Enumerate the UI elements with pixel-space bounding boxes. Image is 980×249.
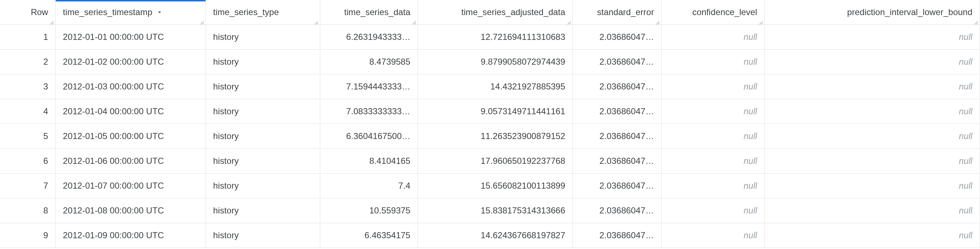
column-header-cl[interactable]: confidence_level [662, 0, 765, 25]
cell-value: null [743, 82, 757, 92]
column-resize-handle-icon[interactable] [411, 18, 417, 24]
cell-cl[interactable]: null [662, 198, 765, 223]
cell-data[interactable]: 7.4 [320, 174, 418, 198]
cell-value: 2012-01-04 00:00:00 UTC [63, 106, 164, 116]
cell-ts[interactable]: 2012-01-06 00:00:00 UTC [56, 149, 206, 174]
cell-cl[interactable]: null [662, 124, 765, 149]
cell-ts[interactable]: 2012-01-04 00:00:00 UTC [56, 99, 206, 124]
cell-pilb[interactable]: null [765, 99, 980, 124]
cell-value: null [959, 106, 972, 116]
cell-cl[interactable]: null [662, 223, 765, 248]
cell-ts[interactable]: 2012-01-09 00:00:00 UTC [56, 223, 206, 248]
cell-cl[interactable]: null [662, 174, 765, 198]
cell-row[interactable]: 9 [0, 223, 56, 248]
cell-type[interactable]: history [206, 223, 320, 248]
cell-row[interactable]: 8 [0, 198, 56, 223]
cell-pilb[interactable]: null [765, 174, 980, 198]
cell-ts[interactable]: 2012-01-07 00:00:00 UTC [56, 174, 206, 198]
column-header-label: time_series_type [213, 7, 279, 17]
column-resize-handle-icon[interactable] [566, 18, 572, 24]
cell-row[interactable]: 5 [0, 124, 56, 149]
column-resize-handle-icon[interactable] [758, 18, 764, 24]
column-header-type[interactable]: time_series_type [206, 0, 320, 25]
cell-se[interactable]: 2.03686047… [573, 75, 662, 99]
cell-data[interactable]: 8.4104165 [320, 149, 418, 174]
cell-adj[interactable]: 12.721694111310683 [418, 25, 573, 49]
cell-row[interactable]: 2 [0, 49, 56, 75]
cell-se[interactable]: 2.03686047… [573, 25, 662, 49]
cell-value: 2012-01-08 00:00:00 UTC [63, 206, 164, 216]
column-header-adj[interactable]: time_series_adjusted_data [418, 0, 573, 25]
cell-cl[interactable]: null [662, 75, 765, 99]
cell-pilb[interactable]: null [765, 25, 980, 49]
cell-data[interactable]: 8.4739585 [320, 49, 418, 75]
cell-row[interactable]: 7 [0, 174, 56, 198]
cell-ts[interactable]: 2012-01-02 00:00:00 UTC [56, 49, 206, 75]
cell-type[interactable]: history [206, 49, 320, 75]
column-resize-handle-icon[interactable] [973, 18, 979, 24]
cell-cl[interactable]: null [662, 25, 765, 49]
cell-data[interactable]: 6.2631943333… [320, 25, 418, 49]
cell-value: 15.656082100113899 [481, 181, 565, 191]
cell-adj[interactable]: 9.0573149711441161 [418, 99, 573, 124]
cell-type[interactable]: history [206, 149, 320, 174]
cell-se[interactable]: 2.03686047… [573, 223, 662, 248]
cell-type[interactable]: history [206, 174, 320, 198]
column-header-ts[interactable]: time_series_timestamp [56, 0, 206, 25]
column-resize-handle-icon[interactable] [199, 18, 205, 24]
cell-row[interactable]: 3 [0, 75, 56, 99]
column-resize-handle-icon[interactable] [313, 18, 319, 24]
cell-value: 2012-01-06 00:00:00 UTC [63, 156, 164, 166]
cell-se[interactable]: 2.03686047… [573, 198, 662, 223]
cell-data[interactable]: 7.1594443333… [320, 75, 418, 99]
cell-adj[interactable]: 17.960650192237768 [418, 149, 573, 174]
cell-pilb[interactable]: null [765, 149, 980, 174]
cell-adj[interactable]: 9.8799058072974439 [418, 49, 573, 75]
results-table: Rowtime_series_timestamptime_series_type… [0, 0, 980, 248]
cell-se[interactable]: 2.03686047… [573, 174, 662, 198]
column-header-label: time_series_data [344, 7, 410, 17]
cell-type[interactable]: history [206, 124, 320, 149]
cell-row[interactable]: 1 [0, 25, 56, 49]
cell-pilb[interactable]: null [765, 124, 980, 149]
cell-adj[interactable]: 14.4321927885395 [418, 75, 573, 99]
cell-value: 8.4739585 [369, 57, 410, 67]
cell-row[interactable]: 4 [0, 99, 56, 124]
cell-adj[interactable]: 15.656082100113899 [418, 174, 573, 198]
cell-type[interactable]: history [206, 25, 320, 49]
cell-pilb[interactable]: null [765, 75, 980, 99]
cell-pilb[interactable]: null [765, 49, 980, 75]
cell-pilb[interactable]: null [765, 223, 980, 248]
cell-pilb[interactable]: null [765, 198, 980, 223]
cell-se[interactable]: 2.03686047… [573, 99, 662, 124]
cell-adj[interactable]: 15.838175314313666 [418, 198, 573, 223]
column-resize-handle-icon[interactable] [655, 18, 660, 24]
cell-data[interactable]: 6.46354175 [320, 223, 418, 248]
cell-cl[interactable]: null [662, 49, 765, 75]
cell-data[interactable]: 7.0833333333… [320, 99, 418, 124]
cell-cl[interactable]: null [662, 99, 765, 124]
column-resize-handle-icon[interactable] [49, 18, 55, 24]
column-header-pilb[interactable]: prediction_interval_lower_bound [765, 0, 980, 25]
cell-data[interactable]: 10.559375 [320, 198, 418, 223]
cell-data[interactable]: 6.3604167500… [320, 124, 418, 149]
cell-se[interactable]: 2.03686047… [573, 49, 662, 75]
cell-ts[interactable]: 2012-01-08 00:00:00 UTC [56, 198, 206, 223]
cell-type[interactable]: history [206, 75, 320, 99]
cell-ts[interactable]: 2012-01-03 00:00:00 UTC [56, 75, 206, 99]
cell-se[interactable]: 2.03686047… [573, 149, 662, 174]
cell-ts[interactable]: 2012-01-05 00:00:00 UTC [56, 124, 206, 149]
column-header-data[interactable]: time_series_data [320, 0, 418, 25]
cell-adj[interactable]: 11.263523900879152 [418, 124, 573, 149]
cell-ts[interactable]: 2012-01-01 00:00:00 UTC [56, 25, 206, 49]
cell-se[interactable]: 2.03686047… [573, 124, 662, 149]
column-header-row[interactable]: Row [0, 0, 56, 25]
cell-value: null [743, 181, 757, 191]
cell-type[interactable]: history [206, 99, 320, 124]
cell-cl[interactable]: null [662, 149, 765, 174]
cell-row[interactable]: 6 [0, 149, 56, 174]
cell-adj[interactable]: 14.624367668197827 [418, 223, 573, 248]
cell-value: 3 [43, 82, 48, 92]
cell-type[interactable]: history [206, 198, 320, 223]
column-header-se[interactable]: standard_error [573, 0, 662, 25]
